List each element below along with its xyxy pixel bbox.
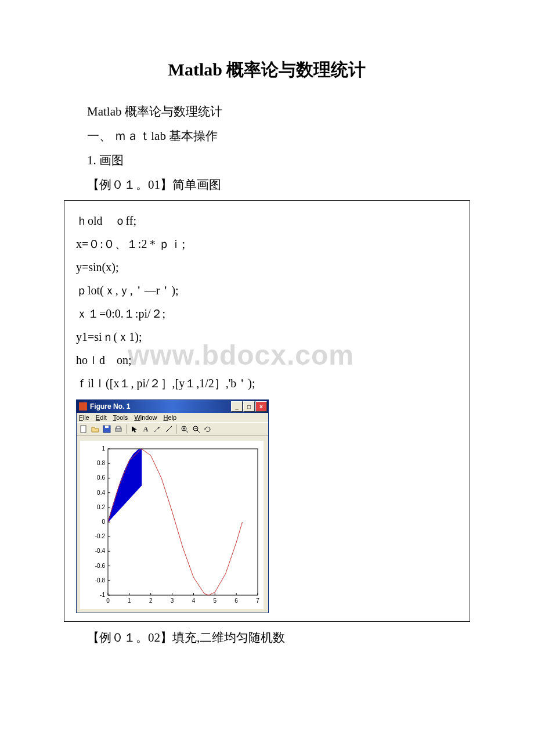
svg-line-12: [197, 430, 200, 433]
svg-line-8: [186, 430, 188, 433]
menu-help[interactable]: Help: [164, 414, 177, 421]
maximize-button[interactable]: □: [243, 401, 255, 412]
section-heading-1: 一、 ｍａｔlab 基本操作: [87, 124, 470, 148]
line-icon[interactable]: [164, 424, 174, 434]
code-line: x=０:０、１:2＊ｐｉ;: [76, 232, 458, 255]
title-cn: 概率论与数理统计: [222, 60, 366, 79]
svg-text:5: 5: [214, 597, 217, 604]
example-2-label: 【例０１。02】填充,二维均匀随机数: [87, 625, 470, 650]
matlab-figure-window: Figure No. 1 _ □ × File Edit Tools Windo…: [76, 399, 269, 613]
code-box-1: ｈold ｏff; x=０:０、１:2＊ｐｉ; y=sin(x); ｐlot(ｘ…: [64, 200, 470, 622]
intro-line: Matlab 概率论与数理统计: [87, 99, 470, 124]
svg-text:0.2: 0.2: [97, 504, 105, 510]
svg-text:-0.2: -0.2: [95, 533, 106, 539]
svg-text:0.6: 0.6: [97, 474, 105, 481]
code-line: y1=siｎ(ｘ1);: [76, 325, 458, 348]
code-line: ｈold ｏff;: [76, 209, 458, 232]
svg-text:-0.4: -0.4: [95, 548, 106, 554]
svg-text:1: 1: [102, 445, 105, 452]
zoom-out-icon[interactable]: [191, 424, 201, 434]
title-latin: Matlab: [168, 60, 222, 79]
svg-rect-4: [117, 426, 120, 429]
figure-title: Figure No. 1: [90, 402, 231, 411]
page-title: Matlab 概率论与数理统计: [64, 58, 470, 82]
rotate-icon[interactable]: [203, 424, 213, 434]
save-icon[interactable]: [102, 424, 112, 434]
svg-line-6: [166, 426, 172, 432]
code-line: ｐlot(ｘ,ｙ,＇—r＇);: [76, 279, 458, 302]
svg-text:-0.8: -0.8: [95, 577, 106, 584]
svg-text:6: 6: [234, 597, 238, 604]
svg-text:-1: -1: [100, 592, 105, 598]
pointer-icon[interactable]: [129, 424, 139, 434]
matlab-figure-icon: [79, 402, 87, 411]
text-icon[interactable]: A: [140, 424, 151, 434]
print-icon[interactable]: [113, 424, 124, 434]
menu-edit[interactable]: Edit: [96, 414, 107, 421]
subsection-1: 1. 画图: [87, 148, 470, 172]
svg-text:0.8: 0.8: [97, 460, 105, 466]
svg-text:4: 4: [192, 597, 196, 604]
plot-axes[interactable]: -1-0.8-0.6-0.4-0.200.20.40.60.8101234567: [80, 441, 264, 609]
open-file-icon[interactable]: [90, 424, 100, 434]
svg-text:7: 7: [256, 597, 259, 604]
toolbar-separator: [126, 424, 127, 434]
svg-text:2: 2: [149, 597, 153, 604]
svg-marker-53: [108, 449, 142, 522]
svg-rect-0: [81, 426, 86, 433]
svg-text:1: 1: [128, 597, 131, 604]
svg-text:-0.6: -0.6: [95, 563, 106, 569]
arrow-icon[interactable]: [152, 424, 163, 434]
figure-menubar: File Edit Tools Window Help: [77, 413, 268, 422]
code-line: ｆilｌ([x１, pi/２］,[y１,1/2］,'b＇);: [76, 372, 458, 395]
svg-text:0.4: 0.4: [97, 489, 105, 496]
code-line: y=sin(x);: [76, 255, 458, 279]
figure-toolbar: A: [77, 422, 268, 436]
zoom-in-icon[interactable]: [179, 424, 190, 434]
close-button[interactable]: ×: [255, 401, 267, 412]
new-file-icon[interactable]: [78, 424, 89, 434]
menu-tools[interactable]: Tools: [113, 414, 128, 421]
toolbar-separator: [176, 424, 177, 434]
svg-text:0: 0: [102, 519, 105, 525]
svg-rect-2: [105, 426, 109, 428]
minimize-button[interactable]: _: [231, 401, 243, 412]
menu-window[interactable]: Window: [134, 414, 157, 421]
menu-file[interactable]: File: [79, 414, 89, 421]
code-line: ｘ１=0:0.１:pi/２;: [76, 302, 458, 325]
code-line: hoｌd on;: [76, 348, 458, 372]
example-1-label: 【例０１。01】简单画图: [87, 172, 470, 197]
figure-canvas-area: -1-0.8-0.6-0.4-0.200.20.40.60.8101234567: [77, 436, 268, 613]
plot-svg: -1-0.8-0.6-0.4-0.200.20.40.60.8101234567: [80, 441, 264, 609]
svg-text:3: 3: [171, 597, 174, 604]
svg-text:0: 0: [106, 597, 110, 604]
figure-titlebar: Figure No. 1 _ □ ×: [77, 400, 268, 413]
